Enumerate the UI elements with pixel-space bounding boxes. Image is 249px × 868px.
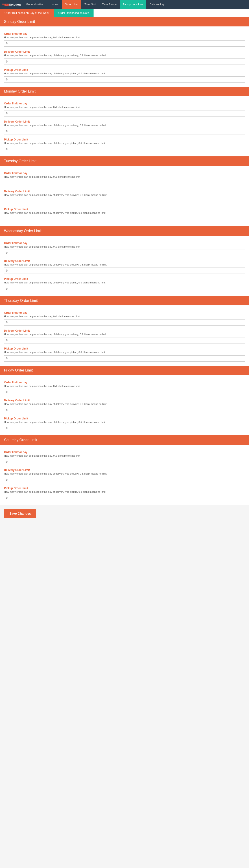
field-input-5-1[interactable] (4, 407, 245, 413)
field-desc-3-1: How many orders can be placed on this da… (4, 263, 245, 267)
day-header-2: Tuesday Order Limit (0, 156, 249, 166)
top-navigation: WEBSolution General setting Labels Order… (0, 0, 249, 9)
day-section-2: Tuesday Order LimitOrder limit for dayHo… (0, 156, 249, 226)
nav-date-setting[interactable]: Date setting (146, 0, 167, 9)
field-label-6-1: Delivery Order Limit (4, 468, 245, 472)
field-group-1-0: Order limit for dayHow many orders can b… (4, 102, 245, 116)
field-input-6-1[interactable] (4, 477, 245, 483)
field-desc-1-1: How many orders can be placed on this da… (4, 124, 245, 127)
field-input-1-0[interactable] (4, 110, 245, 117)
field-group-2-0: Order limit for dayHow many orders can b… (4, 172, 245, 186)
field-input-5-2[interactable] (4, 425, 245, 431)
nav-general-setting[interactable]: General setting (23, 0, 47, 9)
field-input-4-1[interactable] (4, 337, 245, 343)
day-header-4: Thursday Order Limit (0, 296, 249, 305)
field-input-4-2[interactable] (4, 355, 245, 362)
field-input-6-0[interactable] (4, 459, 245, 465)
field-desc-6-1: How many orders can be placed on this da… (4, 472, 245, 475)
field-group-4-2: Pickup Order LimitHow many orders can be… (4, 347, 245, 362)
tab-date[interactable]: Order limit based on Date (54, 9, 93, 17)
field-group-4-0: Order limit for dayHow many orders can b… (4, 311, 245, 326)
field-desc-0-2: How many orders can be placed on this da… (4, 72, 245, 75)
field-group-5-2: Pickup Order LimitHow many orders can be… (4, 417, 245, 431)
field-label-4-0: Order limit for day (4, 311, 245, 314)
field-group-5-0: Order limit for dayHow many orders can b… (4, 381, 245, 395)
field-label-0-1: Delivery Order Limit (4, 50, 245, 53)
field-group-4-1: Delivery Order LimitHow many orders can … (4, 329, 245, 343)
field-input-0-1[interactable] (4, 59, 245, 65)
field-group-3-2: Pickup Order LimitHow many orders can be… (4, 277, 245, 292)
field-input-6-2[interactable] (4, 495, 245, 501)
field-label-5-0: Order limit for day (4, 381, 245, 384)
day-header-0: Sunday Order Limit (0, 17, 249, 26)
save-button[interactable]: Save Changes (4, 509, 36, 518)
field-input-5-0[interactable] (4, 389, 245, 395)
field-label-4-2: Pickup Order Limit (4, 347, 245, 350)
field-desc-2-0: How many orders can be placed on this da… (4, 175, 245, 179)
field-label-6-2: Pickup Order Limit (4, 487, 245, 490)
field-label-3-2: Pickup Order Limit (4, 277, 245, 281)
day-body-6: Order limit for dayHow many orders can b… (0, 445, 249, 505)
field-input-0-2[interactable] (4, 76, 245, 83)
field-group-1-2: Pickup Order LimitHow many orders can be… (4, 138, 245, 152)
field-desc-3-0: How many orders can be placed on this da… (4, 245, 245, 248)
day-header-1: Monday Order Limit (0, 87, 249, 96)
field-label-1-0: Order limit for day (4, 102, 245, 105)
day-section-6: Saturday Order LimitOrder limit for dayH… (0, 435, 249, 505)
logo: WEBSolution (0, 0, 23, 9)
field-input-2-2[interactable] (4, 216, 245, 222)
field-input-2-0[interactable] (4, 180, 245, 186)
nav-order-limit[interactable]: Order Limit (62, 0, 81, 9)
nav-pickup-locations[interactable]: Pickup Locations (120, 0, 146, 9)
field-input-0-0[interactable] (4, 40, 245, 46)
save-section: Save Changes (0, 505, 249, 522)
field-label-2-0: Order limit for day (4, 172, 245, 175)
day-body-5: Order limit for dayHow many orders can b… (0, 375, 249, 435)
nav-labels[interactable]: Labels (48, 0, 62, 9)
field-group-2-1: Delivery Order LimitHow many orders can … (4, 190, 245, 204)
field-input-3-0[interactable] (4, 250, 245, 256)
field-desc-1-0: How many orders can be placed on this da… (4, 105, 245, 109)
tab-row: Order limit based on Day of the Week Ord… (0, 9, 249, 17)
field-label-4-1: Delivery Order Limit (4, 329, 245, 332)
field-group-1-1: Delivery Order LimitHow many orders can … (4, 120, 245, 134)
day-body-1: Order limit for dayHow many orders can b… (0, 96, 249, 156)
field-input-4-0[interactable] (4, 319, 245, 326)
field-group-6-1: Delivery Order LimitHow many orders can … (4, 468, 245, 483)
field-group-2-2: Pickup Order LimitHow many orders can be… (4, 208, 245, 222)
day-section-0: Sunday Order LimitOrder limit for dayHow… (0, 17, 249, 87)
days-container: Sunday Order LimitOrder limit for dayHow… (0, 17, 249, 505)
nav-time-slot[interactable]: Time Slot (81, 0, 99, 9)
day-section-4: Thursday Order LimitOrder limit for dayH… (0, 296, 249, 366)
field-label-5-1: Delivery Order Limit (4, 399, 245, 402)
field-desc-5-0: How many orders can be placed on this da… (4, 384, 245, 388)
field-desc-1-2: How many orders can be placed on this da… (4, 142, 245, 145)
field-group-3-1: Delivery Order LimitHow many orders can … (4, 259, 245, 274)
field-group-0-1: Delivery Order LimitHow many orders can … (4, 50, 245, 65)
field-desc-6-2: How many orders can be placed on this da… (4, 490, 245, 494)
tab-day-of-week[interactable]: Order limit based on Day of the Week (0, 9, 54, 17)
field-label-5-2: Pickup Order Limit (4, 417, 245, 420)
field-desc-3-2: How many orders can be placed on this da… (4, 281, 245, 284)
field-desc-0-1: How many orders can be placed on this da… (4, 54, 245, 57)
field-input-1-1[interactable] (4, 128, 245, 134)
day-header-3: Wednesday Order Limit (0, 226, 249, 236)
field-desc-4-2: How many orders can be placed on this da… (4, 351, 245, 354)
field-group-5-1: Delivery Order LimitHow many orders can … (4, 399, 245, 413)
field-input-3-2[interactable] (4, 286, 245, 292)
field-desc-4-0: How many orders can be placed on this da… (4, 315, 245, 318)
field-desc-5-1: How many orders can be placed on this da… (4, 402, 245, 406)
field-group-0-0: Order limit for dayHow many orders can b… (4, 32, 245, 46)
day-body-4: Order limit for dayHow many orders can b… (0, 305, 249, 366)
field-label-2-2: Pickup Order Limit (4, 208, 245, 211)
field-label-3-0: Order limit for day (4, 242, 245, 245)
field-desc-5-2: How many orders can be placed on this da… (4, 421, 245, 424)
field-input-2-1[interactable] (4, 198, 245, 204)
day-header-5: Friday Order Limit (0, 366, 249, 375)
field-group-0-2: Pickup Order LimitHow many orders can be… (4, 68, 245, 83)
field-desc-4-1: How many orders can be placed on this da… (4, 333, 245, 336)
nav-time-range[interactable]: Time Range (99, 0, 120, 9)
field-input-3-1[interactable] (4, 268, 245, 274)
field-input-1-2[interactable] (4, 146, 245, 152)
day-body-0: Order limit for dayHow many orders can b… (0, 26, 249, 87)
